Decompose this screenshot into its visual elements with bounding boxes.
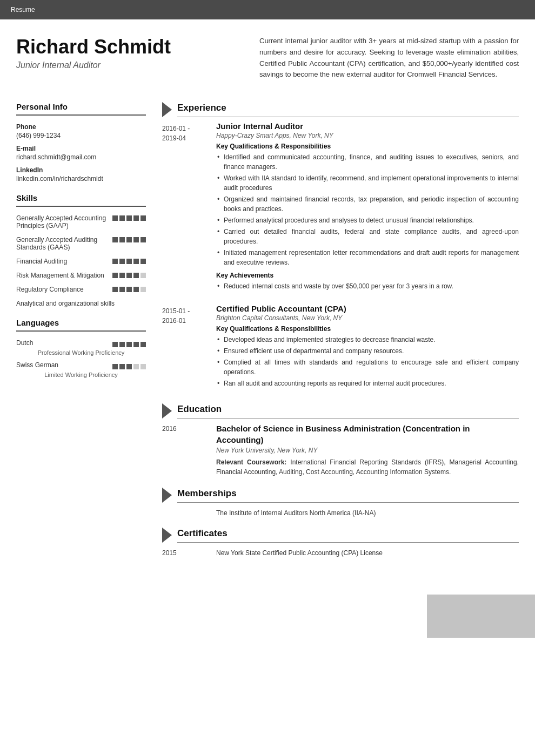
skill-name: Risk Management & Mitigation [16,272,108,279]
language-bars [112,363,146,369]
education-title: Education [177,404,519,418]
skill-bar [133,237,139,242]
skill-bar [141,237,146,242]
skill-bars [112,236,146,242]
exp-bullet-item: Performed analytical procedures and anal… [216,215,519,225]
skill-name: Generally Accepted Auditing Standards (G… [16,236,108,251]
membership-text: The Institute of Internal Auditors North… [216,507,519,517]
exp-bullet-item: Initiated management representation lett… [216,248,519,267]
language-proficiency: Limited Working Proficiency [16,372,146,378]
experience-arrow-icon [162,102,172,117]
exp-content: Junior Internal AuditorHappy-Crazy Smart… [216,122,519,295]
edu-school: New York University, New York, NY [216,447,519,454]
memberships-arrow-icon [162,488,172,503]
certificates-list: 2015New York State Certified Public Acco… [162,547,519,557]
exp-bullet-item: Identified and communicated accounting, … [216,152,519,172]
skill-bar [126,259,132,264]
phone-label: Phone [16,123,146,131]
skill-bar [141,287,146,292]
experience-entry: 2015-01 - 2016-01Certified Public Accoun… [162,304,519,393]
skill-bar [119,259,125,264]
exp-job-title: Certified Public Accountant (CPA) [216,304,519,313]
skill-item: Generally Accepted Accounting Principles… [16,214,146,230]
header-left: Richard Schmidt Junior Internal Auditor [16,36,243,80]
experience-header: Experience [162,102,519,117]
language-bar [119,364,125,369]
candidate-title: Junior Internal Auditor [16,60,243,70]
languages-list: DutchProfessional Working ProficiencySwi… [16,339,146,378]
language-bar [126,364,132,369]
exp-bullet-item: Organized and maintained financial recor… [216,194,519,214]
edu-year: 2016 [162,423,205,477]
skill-bars [112,272,146,278]
language-bar [141,364,146,369]
memberships-title: Memberships [177,488,519,503]
languages-title: Languages [16,318,146,332]
language-proficiency: Professional Working Proficiency [16,349,146,356]
education-header: Education [162,403,519,418]
language-bar [112,364,118,369]
top-bar-label: Resume [11,6,35,14]
skill-bar [126,287,132,292]
exp-dates: 2015-01 - 2016-01 [162,304,205,393]
edu-content: Bachelor of Science in Business Administ… [216,423,519,477]
edu-degree: Bachelor of Science in Business Administ… [216,423,519,446]
skill-bar [112,273,118,278]
email-label: E-mail [16,145,146,152]
language-name: Swiss German [16,361,58,369]
language-bars [112,341,146,347]
experience-entry: 2016-01 - 2019-04Junior Internal Auditor… [162,122,519,295]
language-name: Dutch [16,339,33,347]
linkedin-value: linkedin.com/in/richardschmidt [16,175,146,183]
exp-bullet-list: Identified and communicated accounting, … [216,152,519,267]
exp-qual-label: Key Qualifications & Responsibilities [216,143,519,150]
candidate-name: Richard Schmidt [16,36,243,58]
skill-bar [133,259,139,264]
exp-bullet-item: Worked with IIA standard to identify, re… [216,173,519,193]
memberships-list: The Institute of Internal Auditors North… [162,507,519,517]
education-entry: 2016Bachelor of Science in Business Admi… [162,423,519,477]
skills-title: Skills [16,193,146,207]
exp-content: Certified Public Accountant (CPA)Brighto… [216,304,519,393]
skill-name: Regulatory Compliance [16,286,108,293]
skill-bars [112,258,146,264]
exp-bullet-item: Ensured efficient use of departmental an… [216,346,519,356]
language-bar [141,342,146,347]
language-bar [133,342,139,347]
skill-bar [133,273,139,278]
skill-bar [112,259,118,264]
language-item: DutchProfessional Working Proficiency [16,339,146,356]
certificate-entry: 2015New York State Certified Public Acco… [162,547,519,557]
experience-title: Experience [177,103,519,117]
skill-bar [126,215,132,221]
skill-bar [119,215,125,221]
membership-entry: The Institute of Internal Auditors North… [162,507,519,517]
bottom-area [0,573,535,638]
main-layout: Personal Info Phone (646) 999-1234 E-mai… [0,91,535,573]
exp-company: Brighton Capital Consultants, New York, … [216,314,519,322]
skill-bar [126,237,132,242]
skill-bars [112,286,146,292]
education-arrow-icon [162,403,172,418]
language-bar [126,342,132,347]
bottom-corner-decoration [427,595,535,638]
skill-bar [119,273,125,278]
cert-year: 2015 [162,547,205,557]
exp-bullet-item: Ran all audit and accounting reports as … [216,379,519,388]
exp-dates: 2016-01 - 2019-04 [162,122,205,295]
skill-bar [112,237,118,242]
skill-name: Financial Auditing [16,258,108,265]
exp-bullet-item: Complied at all times with standards and… [216,357,519,377]
skill-bar [119,287,125,292]
skill-name: Generally Accepted Accounting Principles… [16,214,108,230]
certificates-header: Certificates [162,528,519,543]
language-item: Swiss GermanLimited Working Proficiency [16,361,146,378]
memberships-header: Memberships [162,488,519,503]
language-bar [119,342,125,347]
skills-list: Generally Accepted Accounting Principles… [16,214,146,293]
exp-achievement-item: Reduced internal costs and waste by over… [216,281,519,291]
skill-bar [141,259,146,264]
header-section: Richard Schmidt Junior Internal Auditor … [0,19,535,91]
top-bar: Resume [0,0,535,19]
skill-item: Financial Auditing [16,258,146,265]
